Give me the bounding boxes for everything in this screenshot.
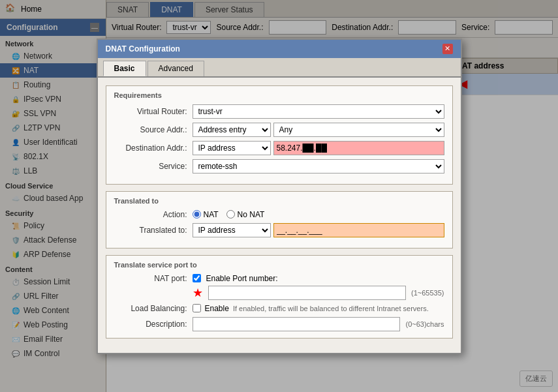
- modal-title: DNAT Configuration: [106, 44, 180, 53]
- translated-to-title: Translated to: [114, 197, 444, 205]
- dst-addr-row: Destination Addr.: IP address: [114, 141, 444, 155]
- action-label: Action:: [114, 210, 193, 219]
- description-input[interactable]: [193, 317, 401, 331]
- action-row: Action: NAT No NAT: [114, 210, 444, 219]
- modal-close-button[interactable]: ✕: [442, 44, 453, 54]
- no-nat-radio[interactable]: No NAT: [226, 210, 265, 219]
- lb-content: Enable If enabled, traffic will be balan…: [193, 304, 429, 313]
- required-star-icon: ★: [193, 286, 203, 300]
- src-addr-form-label: Source Addr.:: [114, 125, 193, 134]
- vr-row: Virtual Router: trust-vr: [114, 104, 444, 119]
- src-addr-type-select[interactable]: Address entry: [193, 123, 271, 137]
- src-addr-value-select[interactable]: Any: [273, 123, 444, 137]
- service-row: Service: remote-ssh: [114, 159, 444, 173]
- nat-port-label: NAT port:: [114, 274, 193, 283]
- translated-type-select[interactable]: IP address: [193, 223, 271, 237]
- desc-hint: (0~63)chars: [405, 320, 444, 328]
- vr-form-label: Virtual Router:: [114, 107, 193, 116]
- enable-port-checkbox[interactable]: [193, 274, 201, 282]
- nat-radio[interactable]: NAT: [193, 210, 219, 219]
- translated-to-section: Translated to Action: NAT No NAT: [106, 191, 453, 249]
- vr-form-select[interactable]: trust-vr: [193, 104, 444, 119]
- service-select[interactable]: remote-ssh: [193, 159, 444, 173]
- port-input-row: ★ (1~65535): [193, 286, 444, 300]
- translated-to-label: Translated to:: [114, 226, 193, 235]
- modal-titlebar: DNAT Configuration ✕: [98, 40, 461, 58]
- translated-input-group: IP address: [193, 223, 444, 237]
- modal-tab-basic[interactable]: Basic: [103, 61, 146, 76]
- lb-enable-label: Enable: [205, 304, 229, 313]
- port-number-input[interactable]: [208, 286, 407, 300]
- modal-tab-bar: Basic Advanced: [98, 58, 461, 78]
- desc-row: Description: (0~63)chars: [114, 317, 444, 331]
- requirements-title: Requirements: [114, 91, 444, 99]
- desc-label: Description:: [114, 320, 193, 329]
- dst-addr-value-input[interactable]: [273, 141, 444, 155]
- nat-port-content: Enable Port number: ★ (1~65535): [193, 274, 444, 300]
- load-balance-row: Load Balancing: Enable If enabled, traff…: [114, 304, 444, 313]
- dnat-config-modal: DNAT Configuration ✕ Basic Advanced Requ…: [97, 38, 462, 354]
- service-port-title: Translate service port to: [114, 261, 444, 269]
- action-radio-group: NAT No NAT: [193, 210, 265, 219]
- service-port-section: Translate service port to NAT port: Enab…: [106, 255, 453, 339]
- translated-value-input[interactable]: [273, 223, 444, 237]
- dst-addr-form-label: Destination Addr.:: [114, 143, 193, 153]
- service-form-label: Service:: [114, 162, 193, 171]
- enable-port-label: Enable Port number:: [206, 274, 278, 283]
- dst-addr-type-select[interactable]: IP address: [193, 141, 271, 155]
- src-addr-row: Source Addr.: Address entry Any: [114, 123, 444, 137]
- lb-checkbox[interactable]: [193, 304, 201, 312]
- nat-port-row: NAT port: Enable Port number: ★ (1~65535…: [114, 274, 444, 300]
- port-range-hint: (1~65535): [411, 289, 444, 297]
- modal-tab-advanced[interactable]: Advanced: [147, 61, 204, 76]
- modal-overlay: DNAT Configuration ✕ Basic Advanced Requ…: [0, 0, 558, 392]
- modal-body: Requirements Virtual Router: trust-vr So…: [98, 78, 461, 353]
- lb-label: Load Balancing:: [114, 304, 193, 313]
- lb-hint: If enabled, traffic will be balanced to …: [233, 305, 429, 312]
- enable-port-row: Enable Port number:: [193, 274, 444, 283]
- translated-to-row: Translated to: IP address: [114, 223, 444, 237]
- requirements-section: Requirements Virtual Router: trust-vr So…: [106, 85, 453, 185]
